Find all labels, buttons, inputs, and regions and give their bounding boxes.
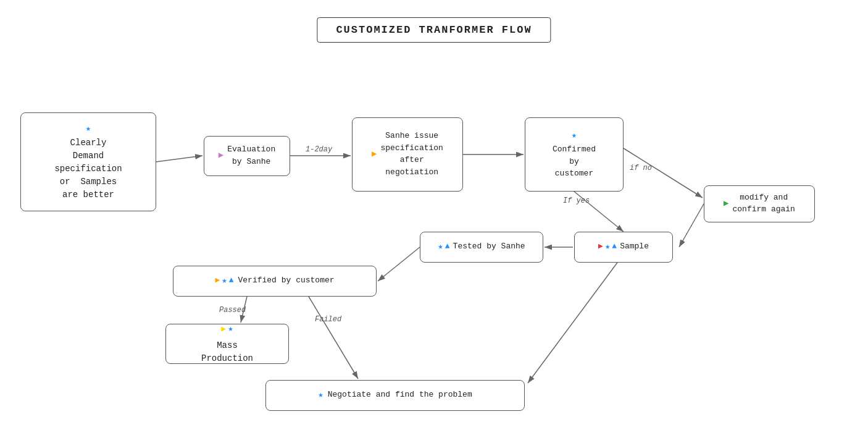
node-confirmed: ★ Confirmed by customer (525, 117, 624, 192)
clearly-text: Clearly Demand specification or Samples … (54, 137, 122, 201)
svg-line-10 (309, 297, 358, 379)
modify-text: modify and confirm again (733, 192, 795, 216)
flag-purple-icon: ▶ (219, 149, 223, 162)
node-sanhe-issue: ▶ Sanhe issue specification after negoti… (352, 117, 463, 192)
arrow-up-icon-tested: ▲ (445, 240, 450, 253)
sample-text: Sample (620, 240, 649, 253)
label-failed: Failed (315, 315, 341, 324)
star-blue-icon-clearly: ★ (86, 122, 91, 135)
flag-green-icon-modify: ▶ (724, 197, 728, 210)
node-modify: ▶ modify and confirm again (704, 185, 815, 222)
star-blue-icon-negotiate: ★ (318, 389, 323, 402)
mass-text: Mass Production (201, 339, 253, 365)
flag-orange-icon-sanhe: ▶ (372, 148, 377, 161)
node-clearly: ★ Clearly Demand specification or Sample… (20, 112, 156, 211)
node-evaluation: ▶ Evaluation by Sanhe (204, 136, 290, 176)
star-blue-icon-confirmed: ★ (572, 129, 577, 142)
svg-line-1 (156, 156, 202, 162)
negotiate-text: Negotiate and find the problem (328, 389, 472, 401)
flag-yellow-icon-mass: ▶ (221, 323, 226, 335)
confirmed-text: Confirmed by customer (553, 143, 596, 180)
evaluation-text: Evaluation by Sanhe (227, 143, 275, 167)
node-negotiate: ★ Negotiate and find the problem (265, 380, 525, 411)
arrow-up-icon-verified: ▲ (229, 274, 234, 287)
node-tested: ★ ▲ Tested by Sanhe (420, 232, 543, 263)
label-1-2day: 1-2day (306, 145, 332, 154)
verified-text: Verified by customer (238, 274, 335, 287)
node-mass-production: ▶ ★ Mass Production (165, 324, 289, 364)
label-if-yes: If yes (563, 196, 590, 205)
arrow-up-icon-sample: ▲ (612, 240, 617, 253)
tested-text: Tested by Sanhe (453, 240, 525, 253)
star-blue-icon-tested: ★ (438, 240, 443, 253)
flag-orange-icon-verified: ▶ (215, 274, 220, 287)
svg-line-8 (378, 247, 420, 281)
star-blue-icon-mass: ★ (228, 323, 233, 335)
page-title: CUSTOMIZED TRANFORMER FLOW (317, 17, 551, 43)
star-blue-icon-sample: ★ (605, 240, 610, 253)
node-verified: ▶ ★ ▲ Verified by customer (173, 266, 377, 297)
label-passed: Passed (219, 306, 246, 314)
svg-line-4 (624, 148, 703, 198)
svg-line-5 (679, 204, 704, 247)
svg-line-11 (528, 263, 617, 383)
flow-diagram: CUSTOMIZED TRANFORMER FLOW ★ Clearly Dem… (0, 0, 868, 422)
flag-red-icon-sample: ▶ (598, 240, 603, 253)
sanhe-text: Sanhe issue specification after negotiat… (381, 130, 443, 178)
star-blue-icon-verified: ★ (222, 274, 227, 287)
node-sample: ▶ ★ ▲ Sample (574, 232, 673, 263)
label-if-no: if no (630, 164, 652, 172)
